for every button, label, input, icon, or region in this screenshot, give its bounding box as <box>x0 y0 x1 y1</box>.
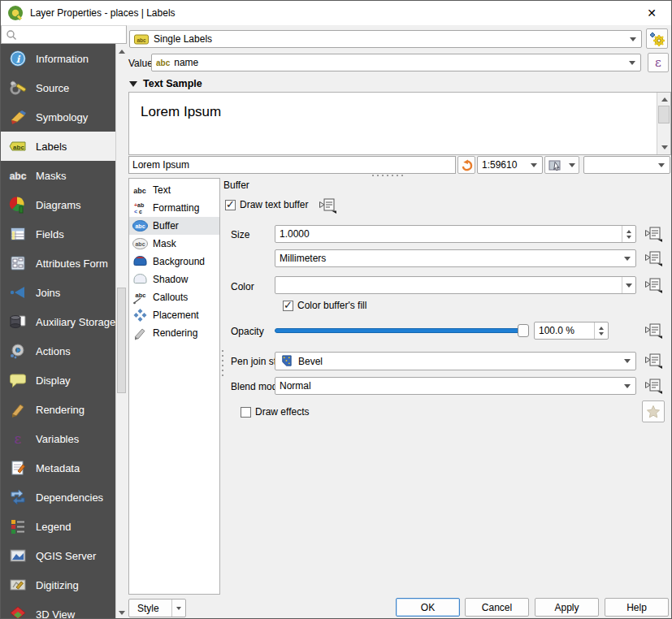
scrollbar-thumb[interactable] <box>117 288 126 393</box>
close-button[interactable]: ✕ <box>642 4 661 22</box>
tab-label: Formatting <box>153 202 199 214</box>
checkbox-box[interactable] <box>283 301 293 311</box>
text-sample-section-header[interactable]: Text Sample <box>129 78 202 89</box>
tab-buffer[interactable]: abc Buffer <box>129 217 219 235</box>
cancel-button[interactable]: Cancel <box>465 598 529 617</box>
slider-track[interactable] <box>275 328 529 333</box>
digitizing-icon <box>9 576 27 594</box>
data-defined-override-icon <box>644 226 662 242</box>
style-button[interactable]: Style <box>128 599 186 617</box>
sidebar-item-attributes-form[interactable]: Attributes Form <box>1 249 115 278</box>
sidebar-item-masks[interactable]: abc Masks <box>1 161 115 190</box>
search-icon <box>6 29 17 41</box>
sidebar-item-display[interactable]: Display <box>1 366 115 395</box>
preview-scrollbar[interactable] <box>657 93 670 154</box>
scroll-up-icon[interactable] <box>657 94 671 105</box>
opacity-slider[interactable] <box>275 323 529 338</box>
data-defined-override-color[interactable] <box>643 276 664 294</box>
opacity-label: Opacity <box>231 326 264 337</box>
panel-splitter-dots <box>221 348 224 376</box>
buffer-size-spinbox[interactable]: 1.0000 <box>275 225 636 243</box>
tab-callouts[interactable]: abc Callouts <box>129 288 219 306</box>
style-dropdown-zone[interactable] <box>171 600 181 617</box>
data-defined-override-draw-buffer[interactable] <box>317 197 338 214</box>
expression-builder-button[interactable]: ε <box>648 53 669 72</box>
sidebar-item-3d-view[interactable]: 3D View <box>1 600 115 619</box>
data-defined-override-blend-mode[interactable] <box>643 377 664 395</box>
sidebar-item-source[interactable]: Source <box>1 73 115 102</box>
sidebar-item-digitizing[interactable]: Digitizing <box>1 570 115 600</box>
data-defined-override-unit[interactable] <box>643 249 664 267</box>
sidebar-item-symbology[interactable]: Symbology <box>1 102 115 132</box>
preview-scale-select[interactable]: 1:59610 <box>477 156 543 174</box>
data-defined-override-pen-join[interactable] <box>643 352 664 370</box>
preview-background-select[interactable] <box>583 156 670 174</box>
star-icon <box>646 405 661 419</box>
sidebar-item-labels[interactable]: abc Labels <box>1 132 115 161</box>
scroll-down-icon[interactable] <box>116 607 128 618</box>
data-defined-override-size[interactable] <box>643 225 664 243</box>
apply-button[interactable]: Apply <box>535 598 599 617</box>
sidebar-item-fields[interactable]: Fields <box>1 219 115 249</box>
sidebar-item-rendering[interactable]: Rendering <box>1 395 115 424</box>
sidebar-item-diagrams[interactable]: Diagrams <box>1 190 115 219</box>
sidebar-item-information[interactable]: i Information <box>1 44 115 73</box>
spin-up-icon[interactable] <box>626 230 631 233</box>
tab-text[interactable]: abc Text <box>129 181 219 199</box>
value-field-select[interactable]: abc name <box>151 54 641 71</box>
sidebar-item-qgis-server[interactable]: QGIS Server <box>1 541 115 570</box>
set-scale-from-canvas-button[interactable] <box>544 156 579 174</box>
color-dropdown-zone[interactable] <box>622 277 635 293</box>
sidebar-item-metadata[interactable]: Metadata <box>1 453 115 483</box>
tab-placement[interactable]: Placement <box>129 306 219 324</box>
sidebar-search[interactable] <box>1 25 127 44</box>
sidebar-item-actions[interactable]: Actions <box>1 336 115 366</box>
draw-text-buffer-checkbox[interactable]: Draw text buffer <box>225 199 308 210</box>
slider-handle[interactable] <box>518 324 529 337</box>
sidebar-item-variables[interactable]: ε Variables <box>1 424 115 453</box>
scroll-down-icon[interactable] <box>657 142 671 153</box>
spin-down-icon[interactable] <box>599 332 604 335</box>
sidebar-item-dependencies[interactable]: Dependencies <box>1 483 115 512</box>
ok-button[interactable]: OK <box>396 598 460 617</box>
label-mode-select[interactable]: abc Single Labels <box>129 30 642 48</box>
variables-icon: ε <box>9 430 27 448</box>
draw-effects-checkbox[interactable]: Draw effects <box>241 406 309 418</box>
data-defined-override-opacity[interactable] <box>643 322 664 340</box>
blend-mode-select[interactable]: Normal <box>275 377 636 395</box>
spin-up-icon[interactable] <box>599 327 604 330</box>
automated-placement-settings-button[interactable] <box>646 28 668 49</box>
data-defined-override-icon <box>644 378 662 394</box>
checkbox-box[interactable] <box>241 407 251 418</box>
color-buffers-fill-checkbox[interactable]: Color buffer's fill <box>283 300 366 311</box>
masks-icon: abc <box>9 167 27 184</box>
tab-background[interactable]: Background <box>129 253 219 271</box>
pen-join-style-select[interactable]: Bevel <box>275 352 636 370</box>
blend-mode-value: Normal <box>280 380 311 392</box>
scrollbar-thumb[interactable] <box>658 106 670 123</box>
scroll-up-icon[interactable] <box>116 45 128 57</box>
reset-sample-button[interactable] <box>457 156 475 174</box>
sidebar-item-auxiliary-storage[interactable]: Auxiliary Storage <box>1 307 115 336</box>
tab-rendering[interactable]: Rendering <box>129 324 219 342</box>
spinner-buttons[interactable] <box>594 322 608 339</box>
spinner-buttons[interactable] <box>622 226 635 242</box>
sample-text-input[interactable] <box>128 156 456 174</box>
opacity-spinbox[interactable]: 100.0 % <box>534 322 609 340</box>
splitter-handle[interactable] <box>371 174 406 177</box>
sidebar-scrollbar[interactable] <box>115 44 127 619</box>
help-button[interactable]: Help <box>605 598 669 617</box>
buffer-unit-select[interactable]: Millimeters <box>275 249 636 267</box>
pen-join-style-value: Bevel <box>298 356 323 367</box>
tab-shadow[interactable]: Shadow <box>129 271 219 288</box>
buffer-color-button[interactable] <box>275 276 636 294</box>
epsilon-icon: ε <box>655 55 661 70</box>
spin-down-icon[interactable] <box>626 236 631 239</box>
sidebar-item-legend[interactable]: Legend <box>1 512 115 541</box>
checkbox-box[interactable] <box>225 200 236 210</box>
tab-formatting[interactable]: +ab< c Formatting <box>129 199 219 217</box>
tab-mask[interactable]: abc Mask <box>129 235 219 253</box>
abc-field-type-icon: abc <box>156 58 170 67</box>
effects-customize-button[interactable] <box>642 400 665 422</box>
sidebar-item-joins[interactable]: Joins <box>1 278 115 307</box>
